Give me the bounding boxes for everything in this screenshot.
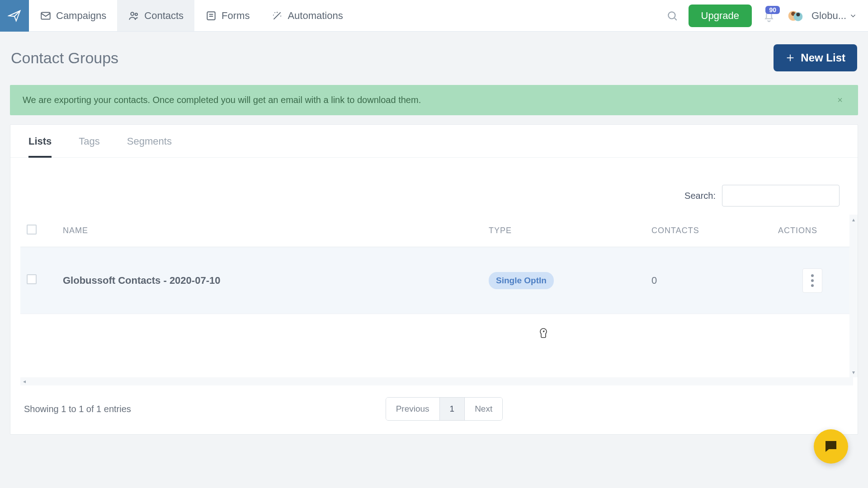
table-wrap: NAME TYPE CONTACTS ACTIONS Globussoft Co… [10, 215, 858, 377]
mail-icon [40, 10, 52, 22]
page-header: Contact Groups New List [9, 44, 859, 71]
table-footer: Showing 1 to 1 of 1 entries Previous 1 N… [10, 385, 858, 434]
page-1-button[interactable]: 1 [440, 398, 465, 420]
nav-campaigns[interactable]: Campaigns [29, 0, 117, 31]
notifications-button[interactable]: 90 [758, 5, 780, 27]
scroll-down-icon[interactable]: ▾ [852, 367, 855, 377]
table-row[interactable]: Globussoft Contacts - 2020-07-10 Single … [20, 247, 853, 314]
svg-rect-3 [207, 12, 215, 19]
paper-plane-icon [8, 9, 21, 23]
page-prev-button[interactable]: Previous [386, 398, 440, 420]
nav-automations[interactable]: Automations [260, 0, 354, 31]
contact-groups-panel: Lists Tags Segments Search: NAME TYPE CO… [10, 124, 858, 435]
select-all-checkbox[interactable] [27, 225, 37, 235]
table-search-row: Search: [10, 158, 858, 215]
tab-tags[interactable]: Tags [79, 136, 99, 157]
upgrade-button[interactable]: Upgrade [689, 5, 752, 27]
vertical-scrollbar[interactable]: ▴ ▾ [849, 215, 858, 377]
avatar-icon [788, 8, 804, 24]
col-select [20, 215, 57, 247]
tab-segments[interactable]: Segments [127, 136, 172, 157]
alert-close-button[interactable]: × [835, 95, 845, 105]
chat-icon [823, 438, 839, 455]
scroll-left-icon[interactable]: ◂ [23, 378, 26, 385]
page-next-button[interactable]: Next [465, 398, 502, 420]
export-alert: We are exporting your contacts. Once com… [10, 85, 858, 115]
svg-point-2 [135, 13, 137, 15]
row-name[interactable]: Globussoft Contacts - 2020-07-10 [57, 247, 482, 314]
top-nav: Campaigns Contacts Forms Automations [0, 0, 868, 32]
people-icon [128, 10, 140, 22]
tab-lists[interactable]: Lists [28, 136, 52, 157]
col-actions: ACTIONS [772, 215, 853, 247]
new-list-label: New List [801, 52, 845, 64]
svg-point-4 [668, 12, 675, 19]
svg-point-1 [131, 12, 134, 15]
search-icon [666, 10, 678, 22]
scroll-up-icon[interactable]: ▴ [852, 215, 855, 225]
alert-text: We are exporting your contacts. Once com… [23, 95, 421, 105]
user-label: Globu... [811, 10, 846, 22]
main-content: Contact Groups New List We are exporting… [0, 32, 868, 435]
nav-right: Upgrade 90 Globu... [662, 5, 868, 27]
app-logo[interactable] [0, 0, 29, 32]
avatar [786, 6, 805, 25]
new-list-button[interactable]: New List [774, 44, 857, 71]
svg-point-8 [796, 13, 800, 16]
nav-label: Campaigns [56, 10, 106, 22]
col-name[interactable]: NAME [57, 215, 482, 247]
nav-items: Campaigns Contacts Forms Automations [29, 0, 354, 31]
form-icon [205, 10, 217, 22]
tabs: Lists Tags Segments [10, 125, 858, 158]
search-input[interactable] [722, 185, 840, 206]
search-label: Search: [684, 191, 716, 201]
plus-icon [785, 53, 795, 63]
page-title: Contact Groups [11, 49, 118, 67]
nav-forms[interactable]: Forms [194, 0, 260, 31]
wand-icon [271, 10, 283, 22]
nav-contacts[interactable]: Contacts [117, 0, 194, 31]
pagination: Previous 1 Next [386, 397, 503, 421]
row-actions-menu[interactable] [802, 268, 822, 293]
help-chat-button[interactable] [814, 429, 848, 464]
nav-label: Automations [288, 10, 343, 22]
chevron-down-icon [849, 12, 857, 20]
nav-label: Contacts [144, 10, 184, 22]
user-menu[interactable]: Globu... [811, 10, 857, 22]
lists-table: NAME TYPE CONTACTS ACTIONS Globussoft Co… [20, 215, 853, 314]
col-contacts[interactable]: CONTACTS [645, 215, 772, 247]
entries-text: Showing 1 to 1 of 1 entries [24, 404, 131, 414]
row-type-badge: Single OptIn [489, 272, 554, 289]
row-contacts: 0 [645, 247, 772, 314]
horizontal-scrollbar[interactable]: ◂ [20, 377, 853, 385]
nav-label: Forms [222, 10, 250, 22]
col-type[interactable]: TYPE [482, 215, 645, 247]
row-checkbox[interactable] [27, 274, 37, 284]
notification-count-badge: 90 [765, 6, 780, 14]
global-search-button[interactable] [662, 6, 682, 26]
